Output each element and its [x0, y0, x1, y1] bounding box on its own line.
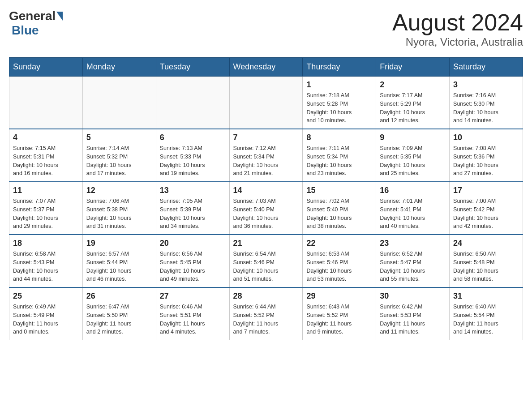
day-number: 19 — [86, 239, 152, 248]
weekday-header: Thursday — [303, 58, 376, 77]
logo: General Blue — [9, 9, 63, 38]
day-info: Sunrise: 7:03 AM Sunset: 5:40 PM Dayligh… — [233, 197, 299, 231]
month-title: August 2024 — [392, 9, 523, 36]
day-info: Sunrise: 7:14 AM Sunset: 5:32 PM Dayligh… — [86, 144, 152, 178]
day-number: 18 — [13, 239, 79, 248]
day-number: 23 — [380, 239, 446, 248]
day-info: Sunrise: 7:12 AM Sunset: 5:34 PM Dayligh… — [233, 144, 299, 178]
day-number: 28 — [233, 291, 299, 301]
weekday-header-row: SundayMondayTuesdayWednesdayThursdayFrid… — [9, 58, 523, 77]
weekday-header: Monday — [82, 58, 156, 77]
calendar-cell: 22Sunrise: 6:53 AM Sunset: 5:46 PM Dayli… — [303, 235, 376, 287]
day-number: 21 — [233, 239, 299, 248]
calendar-cell: 21Sunrise: 6:54 AM Sunset: 5:46 PM Dayli… — [229, 235, 303, 287]
weekday-header: Friday — [376, 58, 450, 77]
calendar-cell: 8Sunrise: 7:11 AM Sunset: 5:34 PM Daylig… — [303, 129, 376, 182]
day-info: Sunrise: 7:11 AM Sunset: 5:34 PM Dayligh… — [306, 144, 372, 178]
day-number: 20 — [160, 239, 226, 248]
day-number: 7 — [233, 133, 299, 142]
calendar-cell: 25Sunrise: 6:49 AM Sunset: 5:49 PM Dayli… — [9, 287, 83, 340]
day-number: 8 — [306, 133, 372, 142]
calendar-cell: 19Sunrise: 6:57 AM Sunset: 5:44 PM Dayli… — [82, 235, 156, 287]
day-info: Sunrise: 6:43 AM Sunset: 5:52 PM Dayligh… — [306, 303, 372, 336]
page-header: General Blue August 2024 Nyora, Victoria… — [9, 9, 523, 48]
calendar-cell: 24Sunrise: 6:50 AM Sunset: 5:48 PM Dayli… — [450, 235, 523, 287]
calendar-week-row: 25Sunrise: 6:49 AM Sunset: 5:49 PM Dayli… — [9, 287, 523, 340]
calendar-cell: 9Sunrise: 7:09 AM Sunset: 5:35 PM Daylig… — [376, 129, 450, 182]
calendar-cell: 16Sunrise: 7:01 AM Sunset: 5:41 PM Dayli… — [376, 182, 450, 235]
calendar-cell — [229, 77, 303, 129]
day-info: Sunrise: 6:58 AM Sunset: 5:43 PM Dayligh… — [13, 250, 79, 283]
calendar-cell — [156, 77, 229, 129]
calendar-cell: 31Sunrise: 6:40 AM Sunset: 5:54 PM Dayli… — [450, 287, 523, 340]
day-info: Sunrise: 7:05 AM Sunset: 5:39 PM Dayligh… — [160, 197, 226, 231]
calendar-cell: 15Sunrise: 7:02 AM Sunset: 5:40 PM Dayli… — [303, 182, 376, 235]
calendar-cell — [82, 77, 156, 129]
day-number: 16 — [380, 186, 446, 195]
day-number: 14 — [233, 186, 299, 195]
day-number: 31 — [453, 291, 519, 301]
day-number: 9 — [380, 133, 446, 142]
calendar-cell: 10Sunrise: 7:08 AM Sunset: 5:36 PM Dayli… — [450, 129, 523, 182]
day-info: Sunrise: 7:16 AM Sunset: 5:30 PM Dayligh… — [453, 91, 519, 125]
day-number: 10 — [453, 133, 519, 142]
day-info: Sunrise: 7:08 AM Sunset: 5:36 PM Dayligh… — [453, 144, 519, 178]
day-number: 6 — [160, 133, 226, 142]
calendar-cell: 14Sunrise: 7:03 AM Sunset: 5:40 PM Dayli… — [229, 182, 303, 235]
day-info: Sunrise: 6:49 AM Sunset: 5:49 PM Dayligh… — [13, 303, 79, 336]
day-number: 3 — [453, 80, 519, 90]
calendar-cell: 6Sunrise: 7:13 AM Sunset: 5:33 PM Daylig… — [156, 129, 229, 182]
calendar-cell: 1Sunrise: 7:18 AM Sunset: 5:28 PM Daylig… — [303, 77, 376, 129]
day-info: Sunrise: 6:54 AM Sunset: 5:46 PM Dayligh… — [233, 250, 299, 283]
calendar-cell: 26Sunrise: 6:47 AM Sunset: 5:50 PM Dayli… — [82, 287, 156, 340]
day-number: 11 — [13, 186, 79, 195]
day-info: Sunrise: 6:44 AM Sunset: 5:52 PM Dayligh… — [233, 303, 299, 336]
day-info: Sunrise: 7:09 AM Sunset: 5:35 PM Dayligh… — [380, 144, 446, 178]
day-info: Sunrise: 6:50 AM Sunset: 5:48 PM Dayligh… — [453, 250, 519, 283]
logo-blue-text: Blue — [12, 23, 39, 38]
day-info: Sunrise: 7:06 AM Sunset: 5:38 PM Dayligh… — [86, 197, 152, 231]
calendar-cell: 7Sunrise: 7:12 AM Sunset: 5:34 PM Daylig… — [229, 129, 303, 182]
logo-general-text: General — [9, 9, 56, 23]
day-info: Sunrise: 7:15 AM Sunset: 5:31 PM Dayligh… — [13, 144, 79, 178]
weekday-header: Tuesday — [156, 58, 229, 77]
title-block: August 2024 Nyora, Victoria, Australia — [392, 9, 523, 48]
day-number: 13 — [160, 186, 226, 195]
day-info: Sunrise: 6:40 AM Sunset: 5:54 PM Dayligh… — [453, 303, 519, 336]
day-number: 25 — [13, 291, 79, 301]
calendar-cell: 3Sunrise: 7:16 AM Sunset: 5:30 PM Daylig… — [450, 77, 523, 129]
day-info: Sunrise: 7:07 AM Sunset: 5:37 PM Dayligh… — [13, 197, 79, 231]
day-info: Sunrise: 7:18 AM Sunset: 5:28 PM Dayligh… — [306, 91, 372, 125]
day-info: Sunrise: 7:02 AM Sunset: 5:40 PM Dayligh… — [306, 197, 372, 231]
calendar-cell: 17Sunrise: 7:00 AM Sunset: 5:42 PM Dayli… — [450, 182, 523, 235]
calendar-cell: 28Sunrise: 6:44 AM Sunset: 5:52 PM Dayli… — [229, 287, 303, 340]
calendar-cell: 29Sunrise: 6:43 AM Sunset: 5:52 PM Dayli… — [303, 287, 376, 340]
day-number: 24 — [453, 239, 519, 248]
day-number: 30 — [380, 291, 446, 301]
day-number: 2 — [380, 80, 446, 90]
calendar-week-row: 18Sunrise: 6:58 AM Sunset: 5:43 PM Dayli… — [9, 235, 523, 287]
day-number: 26 — [86, 291, 152, 301]
calendar-cell: 5Sunrise: 7:14 AM Sunset: 5:32 PM Daylig… — [82, 129, 156, 182]
day-number: 17 — [453, 186, 519, 195]
weekday-header: Wednesday — [229, 58, 303, 77]
day-number: 29 — [306, 291, 372, 301]
location-title: Nyora, Victoria, Australia — [392, 36, 523, 48]
day-number: 12 — [86, 186, 152, 195]
calendar-cell: 13Sunrise: 7:05 AM Sunset: 5:39 PM Dayli… — [156, 182, 229, 235]
weekday-header: Sunday — [9, 58, 83, 77]
day-info: Sunrise: 6:56 AM Sunset: 5:45 PM Dayligh… — [160, 250, 226, 283]
calendar-week-row: 4Sunrise: 7:15 AM Sunset: 5:31 PM Daylig… — [9, 129, 523, 182]
calendar-cell: 2Sunrise: 7:17 AM Sunset: 5:29 PM Daylig… — [376, 77, 450, 129]
calendar-cell: 30Sunrise: 6:42 AM Sunset: 5:53 PM Dayli… — [376, 287, 450, 340]
logo-triangle-icon — [56, 12, 63, 21]
calendar-cell: 11Sunrise: 7:07 AM Sunset: 5:37 PM Dayli… — [9, 182, 83, 235]
calendar-week-row: 11Sunrise: 7:07 AM Sunset: 5:37 PM Dayli… — [9, 182, 523, 235]
day-number: 15 — [306, 186, 372, 195]
calendar-cell: 20Sunrise: 6:56 AM Sunset: 5:45 PM Dayli… — [156, 235, 229, 287]
day-number: 5 — [86, 133, 152, 142]
weekday-header: Saturday — [450, 58, 523, 77]
day-info: Sunrise: 6:42 AM Sunset: 5:53 PM Dayligh… — [380, 303, 446, 336]
calendar-table: SundayMondayTuesdayWednesdayThursdayFrid… — [9, 57, 523, 340]
day-info: Sunrise: 6:47 AM Sunset: 5:50 PM Dayligh… — [86, 303, 152, 336]
